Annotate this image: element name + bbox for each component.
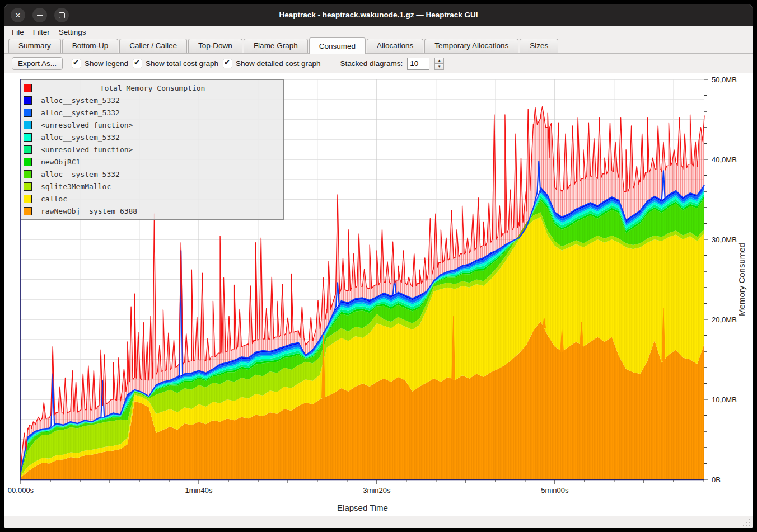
tab-flame-graph[interactable]: Flame Graph xyxy=(244,39,308,53)
toolbar-separator xyxy=(331,58,331,69)
spin-up-button[interactable]: ▲ xyxy=(434,58,444,64)
tab-top-down[interactable]: Top-Down xyxy=(188,39,242,53)
checkbox-show-legend[interactable]: Show legend xyxy=(72,59,128,68)
consumed-chart-area: 00.000s1min40s3min20s5min00sElapsed Time… xyxy=(4,73,753,516)
tab-bar: SummaryBottom-UpCaller / CalleeTop-DownF… xyxy=(4,38,753,54)
minimize-icon xyxy=(37,15,43,16)
app-window: ✕ Heaptrack - heaptrack.wakunode.1.gz — … xyxy=(4,4,753,528)
titlebar: ✕ Heaptrack - heaptrack.wakunode.1.gz — … xyxy=(4,4,753,26)
svg-text:Elapsed Time: Elapsed Time xyxy=(337,503,388,512)
close-icon: ✕ xyxy=(15,11,21,20)
close-button[interactable]: ✕ xyxy=(11,8,25,22)
legend-item: <unresolved function> xyxy=(21,119,283,131)
stacked-diagrams-stepper: ▲ ▼ xyxy=(434,58,444,70)
legend-item: newObjRC1 xyxy=(21,156,283,168)
svg-text:50,0MB: 50,0MB xyxy=(712,76,737,84)
legend-swatch xyxy=(24,84,32,92)
legend-label: alloc__system_5332 xyxy=(41,133,120,142)
menu-bar: FileFilterSettings xyxy=(4,26,753,38)
legend-swatch xyxy=(24,133,32,142)
legend-swatch xyxy=(24,170,32,178)
legend-label: calloc xyxy=(41,195,67,203)
legend-swatch xyxy=(24,207,32,215)
tab-caller-callee[interactable]: Caller / Callee xyxy=(119,39,187,53)
svg-text:30,0MB: 30,0MB xyxy=(712,236,737,244)
legend-swatch xyxy=(24,96,32,105)
legend-item: sqlite3MemMalloc xyxy=(21,180,283,192)
svg-text:00.000s: 00.000s xyxy=(8,486,34,495)
tab-bottom-up[interactable]: Bottom-Up xyxy=(62,39,119,53)
spin-down-button[interactable]: ▼ xyxy=(434,64,444,70)
legend-label: <unresolved function> xyxy=(41,145,133,154)
legend-item: alloc__system_5332 xyxy=(21,131,283,143)
tab-consumed[interactable]: Consumed xyxy=(309,37,366,54)
legend-item: alloc__system_5332 xyxy=(21,106,283,119)
tab-summary[interactable]: Summary xyxy=(8,39,61,53)
minimize-button[interactable] xyxy=(32,8,47,22)
resize-grip[interactable] xyxy=(742,518,750,526)
legend-label: sqlite3MemMalloc xyxy=(41,182,111,191)
toolbar: Export As... Show legendShow total cost … xyxy=(4,54,753,73)
legend-item: rawNewObj__system_6388 xyxy=(21,205,283,217)
checkbox-label: Show detailed cost graph xyxy=(236,59,321,68)
checkbox-show-total-cost-graph[interactable]: Show total cost graph xyxy=(133,59,218,68)
checkbox-label: Show total cost graph xyxy=(146,59,218,68)
tab-allocations[interactable]: Allocations xyxy=(367,39,423,53)
legend-swatch xyxy=(24,145,32,154)
legend-swatch xyxy=(24,121,32,129)
checkbox-label: Show legend xyxy=(85,59,128,68)
legend-label: alloc__system_5332 xyxy=(41,96,120,105)
legend-title-row: Total Memory Consumption xyxy=(21,82,283,94)
legend-item: alloc__system_5332 xyxy=(21,168,283,180)
legend-swatch xyxy=(24,195,32,203)
svg-text:10,0MB: 10,0MB xyxy=(712,396,737,404)
legend-item: alloc__system_5332 xyxy=(21,94,283,106)
svg-text:5min00s: 5min00s xyxy=(541,486,569,495)
checkbox-show-total-cost-graph-box[interactable] xyxy=(133,59,142,68)
menu-item-settings[interactable]: Settings xyxy=(54,27,91,37)
legend-label: rawNewObj__system_6388 xyxy=(41,207,137,215)
legend-label: alloc__system_5332 xyxy=(41,109,120,117)
svg-text:1min40s: 1min40s xyxy=(185,486,213,495)
legend-item: <unresolved function> xyxy=(21,143,283,156)
legend-label: alloc__system_5332 xyxy=(41,170,120,178)
tab-temporary-allocations[interactable]: Temporary Allocations xyxy=(424,39,518,53)
maximize-button[interactable] xyxy=(54,8,69,22)
svg-text:20,0MB: 20,0MB xyxy=(712,316,737,324)
legend-swatch xyxy=(24,158,32,166)
svg-text:40,0MB: 40,0MB xyxy=(712,156,737,164)
checkbox-show-detailed-cost-graph-box[interactable] xyxy=(223,59,232,68)
svg-text:3min20s: 3min20s xyxy=(363,486,391,495)
maximize-icon xyxy=(59,12,65,18)
checkbox-show-legend-box[interactable] xyxy=(72,59,81,68)
svg-text:0B: 0B xyxy=(712,475,721,484)
window-controls: ✕ xyxy=(11,8,69,22)
menu-item-file[interactable]: File xyxy=(7,27,29,37)
legend-label: <unresolved function> xyxy=(41,121,133,129)
stacked-diagrams-input[interactable] xyxy=(407,58,429,70)
tab-sizes[interactable]: Sizes xyxy=(520,39,558,53)
legend-item: calloc xyxy=(21,192,283,205)
menu-item-filter[interactable]: Filter xyxy=(29,27,54,37)
chart-legend: Total Memory Consumptionalloc__system_53… xyxy=(21,79,284,220)
svg-text:Memory Consumed: Memory Consumed xyxy=(737,243,746,316)
legend-swatch xyxy=(24,109,32,117)
legend-swatch xyxy=(24,182,32,191)
legend-label: Total Memory Consumption xyxy=(41,84,264,92)
window-title: Heaptrack - heaptrack.wakunode.1.gz — He… xyxy=(4,4,753,26)
status-strip xyxy=(4,516,753,528)
export-as-button[interactable]: Export As... xyxy=(12,57,63,70)
checkbox-show-detailed-cost-graph[interactable]: Show detailed cost graph xyxy=(223,59,321,68)
legend-label: newObjRC1 xyxy=(41,158,80,166)
stacked-diagrams-label: Stacked diagrams: xyxy=(340,59,403,68)
